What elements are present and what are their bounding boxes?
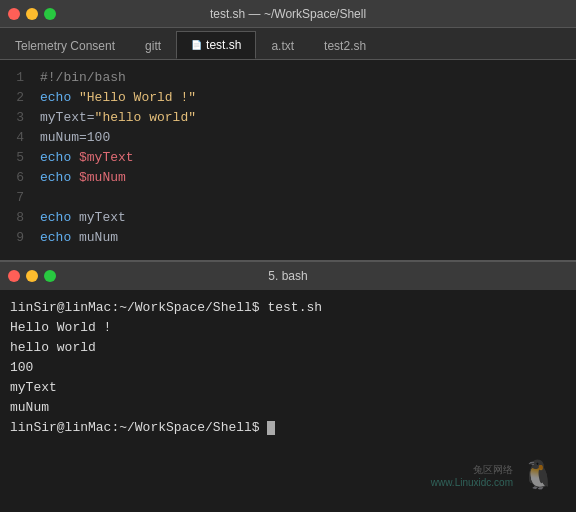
window-title: test.sh — ~/WorkSpace/Shell [210,7,366,21]
tab-test2-sh[interactable]: test2.sh [309,31,381,59]
file-icon: 📄 [191,40,202,50]
code-line-1: #!/bin/bash [40,68,576,88]
code-line-6: echo $muNum [40,168,576,188]
tab-gitt[interactable]: gitt [130,31,176,59]
terminal-cursor [267,421,275,435]
maximize-button[interactable] [44,8,56,20]
code-line-8: echo myText [40,208,576,228]
code-editor: 1 2 3 4 5 6 7 8 9 #!/bin/bash echo "Hell… [0,60,576,260]
code-line-4: muNum=100 [40,128,576,148]
code-area[interactable]: #!/bin/bash echo "Hello World !" myText=… [32,60,576,260]
traffic-lights [8,8,56,20]
code-line-2: echo "Hello World !" [40,88,576,108]
code-line-7 [40,188,576,208]
terminal-line-2: Hello World ! [10,318,566,338]
terminal-line-1: linSir@linMac:~/WorkSpace/Shell$ test.sh [10,298,566,318]
terminal-line-4: 100 [10,358,566,378]
terminal-minimize-button[interactable] [26,270,38,282]
tab-bar: Telemetry Consent gitt 📄 test.sh a.txt t… [0,28,576,60]
code-line-5: echo $myText [40,148,576,168]
terminal-line-3: hello world [10,338,566,358]
editor-title-bar: test.sh — ~/WorkSpace/Shell [0,0,576,28]
line-numbers: 1 2 3 4 5 6 7 8 9 [0,60,32,260]
tab-telemetry-consent[interactable]: Telemetry Consent [0,31,130,59]
terminal-line-5: myText [10,378,566,398]
close-button[interactable] [8,8,20,20]
tab-a-txt[interactable]: a.txt [256,31,309,59]
terminal-window: 5. bash linSir@linMac:~/WorkSpace/Shell$… [0,260,576,512]
terminal-title: 5. bash [268,269,307,283]
terminal-line-6: muNum [10,398,566,418]
terminal-prompt-line: linSir@linMac:~/WorkSpace/Shell$ [10,418,566,438]
minimize-button[interactable] [26,8,38,20]
terminal-traffic-lights [8,270,56,282]
code-line-9: echo muNum [40,228,576,248]
terminal-body[interactable]: linSir@linMac:~/WorkSpace/Shell$ test.sh… [0,290,576,512]
terminal-close-button[interactable] [8,270,20,282]
terminal-maximize-button[interactable] [44,270,56,282]
code-line-3: myText="hello world" [40,108,576,128]
tab-test-sh[interactable]: 📄 test.sh [176,31,256,59]
terminal-title-bar: 5. bash [0,262,576,290]
